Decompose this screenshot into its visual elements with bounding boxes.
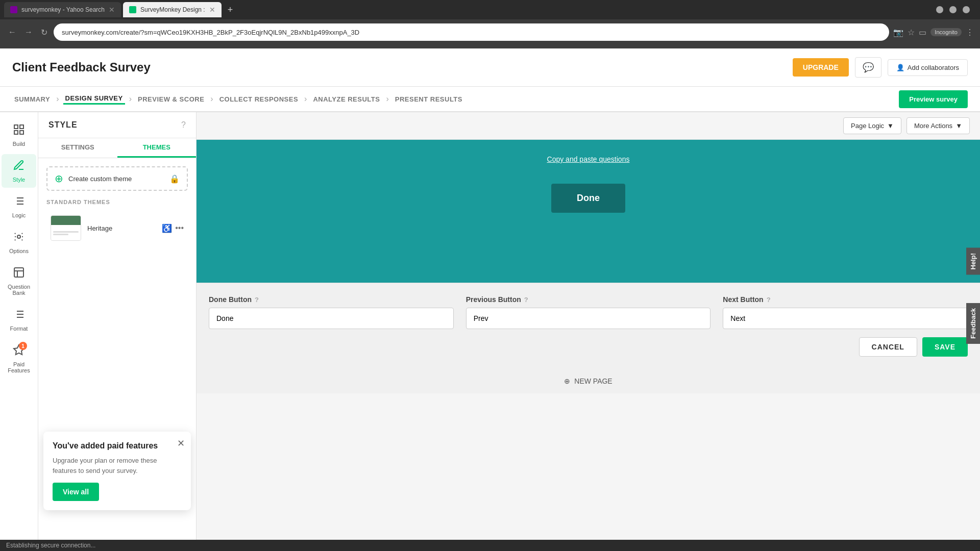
- tab-surveymonkey-close[interactable]: ✕: [209, 6, 215, 14]
- minimize-button[interactable]: [936, 6, 943, 13]
- theme-more-icon[interactable]: •••: [175, 223, 184, 233]
- step-design-label: DESIGN SURVEY: [65, 94, 123, 102]
- cancel-button[interactable]: CANCEL: [859, 337, 917, 357]
- lock-icon: 🔒: [169, 174, 180, 184]
- next-button-group: Next Button ?: [723, 295, 968, 329]
- new-page-button[interactable]: ⊕ NEW PAGE: [197, 369, 980, 393]
- step-preview-label: PREVIEW & SCORE: [138, 95, 204, 103]
- sidebar-item-question-bank[interactable]: Question Bank: [2, 261, 36, 301]
- maximize-button[interactable]: [949, 6, 957, 13]
- sidebar-item-paid-features[interactable]: 1 Paid Features: [2, 339, 36, 379]
- more-actions-button[interactable]: More Actions ▼: [906, 117, 970, 134]
- tab-themes[interactable]: THEMES: [117, 138, 197, 158]
- question-bank-icon: [13, 266, 25, 282]
- sidebar-qbank-label: Question Bank: [6, 284, 32, 296]
- upgrade-button[interactable]: UPGRADE: [793, 58, 849, 77]
- next-button-label: Next Button ?: [723, 295, 968, 304]
- next-button-help-icon[interactable]: ?: [767, 296, 771, 304]
- copy-paste-link[interactable]: Copy and paste questions: [212, 155, 965, 163]
- accessibility-icon[interactable]: ♿: [162, 223, 172, 233]
- paid-features-badge: 1: [19, 342, 27, 350]
- sidebar-item-format[interactable]: Format: [2, 303, 36, 337]
- create-custom-theme-button[interactable]: ⊕ Create custom theme 🔒: [46, 166, 188, 191]
- new-page-plus-icon: ⊕: [564, 377, 570, 385]
- page-logic-button[interactable]: Page Logic ▼: [843, 117, 901, 134]
- popup-close-button[interactable]: ✕: [177, 438, 185, 449]
- step-analyze[interactable]: ANALYZE RESULTS: [311, 95, 382, 103]
- theme-heritage[interactable]: Heritage ♿ •••: [46, 211, 188, 245]
- refresh-button[interactable]: ↻: [39, 26, 50, 39]
- back-button[interactable]: ←: [6, 26, 18, 39]
- logic-icon: [13, 195, 25, 210]
- sidebar-item-logic[interactable]: Logic: [2, 190, 36, 223]
- previous-button-input[interactable]: [466, 308, 711, 329]
- survey-title: Client Feedback Survey: [12, 60, 793, 74]
- popup-description: Upgrade your plan or remove these featur…: [53, 456, 182, 475]
- create-theme-label: Create custom theme: [68, 175, 132, 183]
- view-all-button[interactable]: View all: [53, 483, 99, 501]
- paid-features-popup: ✕ You've added paid features Upgrade you…: [43, 432, 191, 510]
- preview-survey-button[interactable]: Preview survey: [899, 90, 968, 108]
- previous-button-help-icon[interactable]: ?: [524, 296, 528, 304]
- sidebar: Build Style Logic Options: [0, 112, 38, 551]
- button-editor: Done Button ? Previous Button ?: [197, 283, 980, 369]
- sidebar-style-label: Style: [13, 177, 25, 183]
- feedback-button[interactable]: Feedback: [966, 303, 980, 344]
- main-content: Build Style Logic Options: [0, 112, 980, 551]
- save-button[interactable]: SAVE: [922, 337, 968, 357]
- comment-button[interactable]: 💬: [855, 57, 881, 78]
- camera-icon[interactable]: 📷: [893, 28, 903, 37]
- sidebar-build-label: Build: [13, 141, 25, 147]
- step-design[interactable]: DESIGN SURVEY: [63, 94, 125, 105]
- add-collaborators-button[interactable]: 👤 Add collaborators: [888, 59, 968, 76]
- address-input[interactable]: [54, 23, 889, 41]
- close-button[interactable]: [963, 6, 970, 13]
- tab-settings[interactable]: SETTINGS: [38, 138, 117, 158]
- done-button-preview[interactable]: Done: [551, 184, 625, 213]
- help-button[interactable]: Help!: [966, 248, 980, 275]
- tab-surveymonkey-label: SurveyMonkey Design :: [140, 6, 205, 13]
- step-present[interactable]: PRESENT RESULTS: [393, 95, 464, 103]
- tab-yahoo[interactable]: surveymonkey - Yahoo Search ✕: [4, 2, 121, 17]
- format-icon: [13, 308, 25, 323]
- add-collaborators-icon: 👤: [896, 64, 904, 71]
- header-actions: UPGRADE 💬 👤 Add collaborators: [793, 57, 968, 78]
- button-editor-row: Done Button ? Previous Button ?: [209, 295, 968, 329]
- style-icon: [13, 159, 25, 174]
- new-tab-button[interactable]: +: [224, 5, 237, 15]
- page-logic-label: Page Logic: [851, 122, 884, 130]
- step-analyze-label: ANALYZE RESULTS: [313, 95, 380, 103]
- step-arrow-1: ›: [56, 94, 59, 104]
- done-button-group: Done Button ?: [209, 295, 454, 329]
- panel-help-icon[interactable]: ?: [181, 120, 186, 130]
- done-button-help-icon[interactable]: ?: [255, 296, 259, 304]
- survey-canvas: Copy and paste questions Done Done Butto…: [197, 140, 980, 551]
- theme-heritage-actions: ♿ •••: [162, 223, 184, 233]
- tab-settings-label: SETTINGS: [61, 143, 94, 151]
- done-button-input[interactable]: [209, 308, 454, 329]
- step-preview[interactable]: PREVIEW & SCORE: [136, 95, 206, 103]
- step-summary-label: SUMMARY: [14, 95, 50, 103]
- next-button-input[interactable]: [723, 308, 968, 329]
- sidebar-icon[interactable]: ▭: [919, 28, 926, 37]
- step-summary[interactable]: SUMMARY: [12, 95, 52, 103]
- sidebar-item-options[interactable]: Options: [2, 226, 36, 259]
- tab-surveymonkey[interactable]: SurveyMonkey Design : ✕: [123, 2, 222, 17]
- forward-button[interactable]: →: [22, 26, 35, 39]
- preview-line-2: [53, 234, 68, 235]
- step-collect[interactable]: COLLECT RESPONSES: [217, 95, 300, 103]
- star-icon[interactable]: ☆: [908, 28, 915, 37]
- panel-tabs: SETTINGS THEMES: [38, 138, 196, 158]
- previous-button-group: Previous Button ?: [466, 295, 711, 329]
- sidebar-options-label: Options: [9, 248, 29, 254]
- sidebar-item-build[interactable]: Build: [2, 118, 36, 152]
- incognito-badge: Incognito: [930, 28, 962, 36]
- tab-themes-label: THEMES: [143, 143, 170, 151]
- sidebar-item-style[interactable]: Style: [2, 154, 36, 188]
- step-arrow-5: ›: [386, 94, 388, 104]
- button-editor-actions: CANCEL SAVE: [209, 337, 968, 357]
- survey-toolbar: Page Logic ▼ More Actions ▼: [197, 112, 980, 140]
- tab-yahoo-close[interactable]: ✕: [109, 6, 115, 14]
- menu-icon[interactable]: ⋮: [966, 28, 974, 37]
- preview-line-1: [53, 231, 79, 233]
